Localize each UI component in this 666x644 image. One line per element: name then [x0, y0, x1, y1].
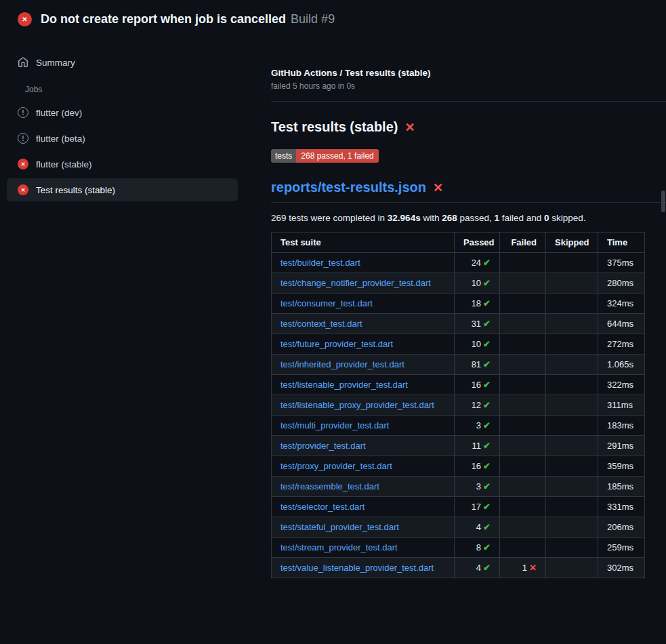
check-icon: ✔	[483, 258, 491, 268]
suite-link[interactable]: test/stream_provider_test.dart	[280, 542, 398, 552]
sidebar-item-label: flutter (dev)	[36, 108, 82, 118]
tests-badge: tests 268 passed, 1 failed	[271, 149, 379, 163]
check-icon: ✔	[483, 563, 491, 573]
passed-cell: 10✔	[455, 273, 500, 294]
section-title-text: Test results (stable)	[271, 119, 398, 135]
main-content: GitHub Actions / Test results (stable) f…	[271, 39, 666, 578]
suite-link[interactable]: test/listenable_proxy_provider_test.dart	[280, 400, 434, 410]
suite-cell: test/stream_provider_test.dart	[272, 538, 455, 558]
failed-cell	[500, 253, 546, 273]
table-row: test/multi_provider_test.dart3✔183ms	[272, 416, 645, 436]
x-icon: ✕	[529, 563, 537, 573]
passed-cell: 4✔	[455, 517, 500, 538]
column-header-skipped: Skipped	[546, 233, 598, 253]
suite-link[interactable]: test/selector_test.dart	[280, 502, 365, 512]
skipped-cell	[546, 355, 598, 375]
breadcrumb: GitHub Actions / Test results (stable)	[271, 68, 666, 78]
time-cell: 272ms	[598, 334, 645, 355]
sidebar-item-summary[interactable]: Summary	[7, 51, 238, 74]
suite-link[interactable]: test/builder_test.dart	[280, 258, 360, 268]
failed-status-icon: ✕	[18, 159, 28, 169]
time-cell: 291ms	[598, 436, 645, 456]
passed-cell-value: 4	[476, 522, 481, 532]
sidebar-item-job[interactable]: ✕Test results (stable)	[7, 178, 238, 201]
suite-link[interactable]: test/inherited_provider_test.dart	[280, 359, 404, 369]
scrollbar-thumb[interactable]	[661, 190, 665, 212]
summary-passed: 268	[442, 213, 457, 223]
suite-link[interactable]: test/listenable_provider_test.dart	[280, 380, 408, 390]
suite-cell: test/inherited_provider_test.dart	[272, 355, 455, 375]
passed-cell-value: 24	[472, 258, 481, 268]
table-row: test/context_test.dart31✔644ms	[272, 314, 645, 334]
suite-link[interactable]: test/future_provider_test.dart	[280, 339, 393, 349]
suite-cell: test/value_listenable_provider_test.dart	[272, 558, 455, 578]
sidebar-item-job[interactable]: !flutter (beta)	[7, 127, 238, 150]
divider	[271, 101, 666, 102]
suite-link[interactable]: test/proxy_provider_test.dart	[280, 461, 392, 471]
passed-cell-value: 31	[472, 319, 481, 329]
failed-cell	[500, 456, 546, 477]
suite-link[interactable]: test/provider_test.dart	[280, 441, 366, 451]
failed-cell	[500, 538, 546, 558]
suite-cell: test/listenable_provider_test.dart	[272, 375, 455, 395]
suite-cell: test/proxy_provider_test.dart	[272, 456, 455, 477]
section-title: Test results (stable) ✕	[271, 119, 666, 135]
suite-cell: test/selector_test.dart	[272, 497, 455, 517]
report-heading: reports/test-results.json ✕	[271, 180, 666, 203]
column-header-passed: Passed	[455, 233, 500, 253]
column-header-test-suite: Test suite	[272, 233, 455, 253]
sidebar-item-job[interactable]: !flutter (dev)	[7, 101, 238, 124]
suite-link[interactable]: test/reassemble_test.dart	[280, 481, 379, 491]
passed-cell-value: 11	[472, 441, 482, 451]
suite-cell: test/change_notifier_provider_test.dart	[272, 273, 455, 294]
jobs-list: !flutter (dev)!flutter (beta)✕flutter (s…	[7, 101, 238, 201]
check-icon: ✔	[483, 441, 491, 451]
sidebar-item-label: Test results (stable)	[36, 185, 115, 195]
check-icon: ✔	[483, 420, 491, 430]
time-cell: 206ms	[598, 517, 645, 538]
passed-cell-value: 10	[472, 339, 481, 349]
table-row: test/listenable_proxy_provider_test.dart…	[272, 395, 645, 416]
failed-cell	[500, 517, 546, 538]
check-icon: ✔	[483, 278, 491, 288]
check-icon: ✔	[483, 400, 491, 410]
suite-link[interactable]: test/multi_provider_test.dart	[280, 420, 389, 430]
page-title-row: Do not create report when job is cancell…	[41, 12, 335, 26]
report-link[interactable]: reports/test-results.json	[271, 180, 426, 195]
skipped-cell	[546, 517, 598, 538]
suite-link[interactable]: test/stateful_provider_test.dart	[280, 522, 399, 532]
suite-link[interactable]: test/change_notifier_provider_test.dart	[280, 278, 431, 288]
table-row: test/listenable_provider_test.dart16✔322…	[272, 375, 645, 395]
suite-link[interactable]: test/value_listenable_provider_test.dart	[280, 563, 434, 573]
passed-cell: 81✔	[455, 355, 500, 375]
skipped-cell	[546, 558, 598, 578]
suite-cell: test/reassemble_test.dart	[272, 477, 455, 497]
skipped-cell	[546, 416, 598, 436]
table-row: test/consumer_test.dart18✔324ms	[272, 294, 645, 314]
table-row: test/stream_provider_test.dart8✔259ms	[272, 538, 645, 558]
passed-cell-value: 3	[476, 481, 481, 491]
suite-link[interactable]: test/context_test.dart	[280, 319, 362, 329]
sidebar-item-job[interactable]: ✕flutter (stable)	[7, 153, 238, 176]
suite-cell: test/listenable_proxy_provider_test.dart	[272, 395, 455, 416]
passed-cell: 3✔	[455, 416, 500, 436]
sidebar-item-label: flutter (beta)	[36, 134, 85, 144]
check-icon: ✔	[483, 461, 491, 471]
check-icon: ✔	[483, 298, 491, 308]
failed-status-icon: ✕	[18, 184, 28, 195]
skipped-cell	[546, 253, 598, 273]
passed-cell-value: 16	[472, 380, 481, 390]
passed-cell-value: 81	[472, 359, 481, 369]
skipped-cell	[546, 497, 598, 517]
table-row: test/stateful_provider_test.dart4✔206ms	[272, 517, 645, 538]
failed-status-icon: ✕	[18, 12, 32, 26]
page-title: Do not create report when job is cancell…	[41, 12, 286, 26]
passed-cell: 16✔	[455, 375, 500, 395]
failed-cell	[500, 294, 546, 314]
passed-cell-value: 16	[472, 461, 481, 471]
table-header-row: Test suitePassedFailedSkippedTime	[272, 233, 645, 253]
suite-link[interactable]: test/consumer_test.dart	[280, 298, 373, 308]
time-cell: 331ms	[598, 497, 645, 517]
passed-cell-value: 3	[476, 420, 481, 430]
failed-x-icon: ✕	[433, 182, 443, 194]
